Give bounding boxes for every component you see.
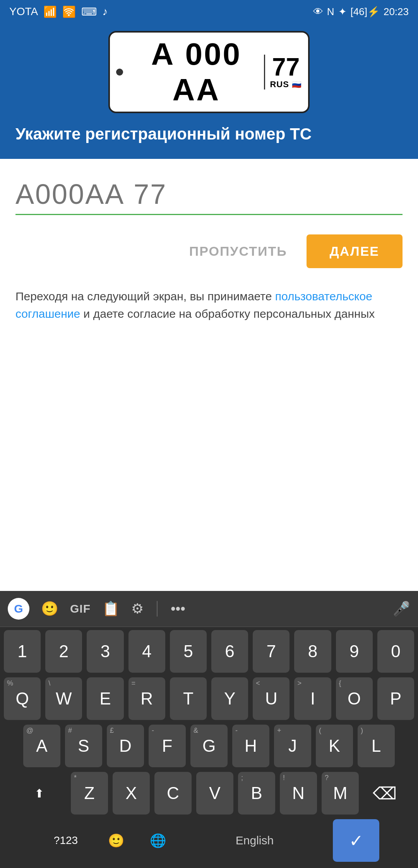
bottom-row: ?123 🙂 🌐 English ✓ bbox=[4, 819, 414, 866]
key-h[interactable]: -H bbox=[232, 725, 269, 767]
enter-key[interactable]: ✓ bbox=[333, 819, 379, 862]
carrier-label: YOTA bbox=[9, 5, 38, 18]
key-6[interactable]: 6 bbox=[211, 630, 248, 673]
battery-label: [46]⚡ bbox=[351, 6, 380, 18]
asdf-row: @A #S £D -F &G -H +J (K )L bbox=[4, 725, 414, 767]
key-b[interactable]: ;B bbox=[238, 772, 275, 815]
eye-icon: 👁 bbox=[313, 6, 323, 18]
key-f[interactable]: -F bbox=[149, 725, 186, 767]
number-row: 1 2 3 4 5 6 7 8 9 0 bbox=[4, 630, 414, 673]
status-bar: YOTA 📶 🛜 ⌨ ♪ 👁 N ✦ [46]⚡ 20:23 bbox=[0, 0, 418, 23]
key-d[interactable]: £D bbox=[107, 725, 144, 767]
main-content: ПРОПУСТИТЬ ДАЛЕЕ Переходя на следующий э… bbox=[0, 159, 418, 334]
status-right: 👁 N ✦ [46]⚡ 20:23 bbox=[313, 6, 409, 18]
key-r[interactable]: =R bbox=[128, 677, 165, 720]
header-title: Укажите регистрационный номер ТС bbox=[15, 125, 403, 143]
plate-region-number: 77 bbox=[272, 55, 300, 79]
nfc-icon: N bbox=[327, 6, 334, 18]
backspace-key[interactable]: ⌫ bbox=[363, 772, 406, 815]
key-u[interactable]: <U bbox=[253, 677, 290, 720]
key-v[interactable]: V bbox=[196, 772, 233, 815]
plate-dot bbox=[116, 69, 123, 76]
key-p[interactable]: P bbox=[377, 677, 414, 720]
google-logo[interactable]: G bbox=[8, 598, 29, 620]
numbers-switch-key[interactable]: ?123 bbox=[39, 819, 93, 862]
key-t[interactable]: T bbox=[170, 677, 207, 720]
qwerty-row: %Q \W E =R T Y <U >I {O P bbox=[4, 677, 414, 720]
keyboard-icon: ⌨ bbox=[81, 5, 97, 18]
header: А 000 АА 77 RUS 🇷🇺 Укажите регистрационн… bbox=[0, 23, 418, 159]
terms-text: Переходя на следующий экран, вы принимае… bbox=[15, 288, 403, 322]
globe-key[interactable]: 🌐 bbox=[139, 819, 176, 862]
bluetooth-icon: ✦ bbox=[338, 6, 347, 18]
more-toolbar-icon[interactable]: ••• bbox=[171, 601, 185, 617]
toolbar-separator bbox=[157, 601, 158, 617]
key-o[interactable]: {O bbox=[336, 677, 373, 720]
key-0[interactable]: 0 bbox=[377, 630, 414, 673]
key-y[interactable]: Y bbox=[211, 677, 248, 720]
key-2[interactable]: 2 bbox=[45, 630, 82, 673]
skip-button[interactable]: ПРОПУСТИТЬ bbox=[178, 236, 299, 267]
key-4[interactable]: 4 bbox=[128, 630, 165, 673]
mic-icon[interactable]: 🎤 bbox=[393, 601, 410, 617]
time-label: 20:23 bbox=[384, 6, 409, 18]
plate-main-text: А 000 АА bbox=[128, 36, 264, 108]
keyboard-area: G 🙂 GIF 📋 ⚙ ••• 🎤 1 2 3 4 5 6 7 8 9 0 %Q… bbox=[0, 591, 418, 868]
key-l[interactable]: )L bbox=[358, 725, 395, 767]
key-m[interactable]: ?M bbox=[322, 772, 359, 815]
button-row: ПРОПУСТИТЬ ДАЛЕЕ bbox=[15, 234, 403, 268]
shift-key[interactable]: ⬆ bbox=[12, 772, 66, 815]
key-w[interactable]: \W bbox=[45, 677, 82, 720]
key-3[interactable]: 3 bbox=[87, 630, 123, 673]
key-n[interactable]: !N bbox=[280, 772, 317, 815]
key-5[interactable]: 5 bbox=[170, 630, 207, 673]
emoji-toolbar-icon[interactable]: 🙂 bbox=[41, 601, 58, 617]
clipboard-toolbar-icon[interactable]: 📋 bbox=[102, 601, 120, 617]
music-icon: ♪ bbox=[102, 5, 108, 18]
key-s[interactable]: #S bbox=[65, 725, 102, 767]
key-9[interactable]: 9 bbox=[336, 630, 373, 673]
key-1[interactable]: 1 bbox=[4, 630, 41, 673]
key-7[interactable]: 7 bbox=[253, 630, 290, 673]
key-c[interactable]: C bbox=[154, 772, 192, 815]
gif-toolbar-button[interactable]: GIF bbox=[70, 602, 91, 615]
key-q[interactable]: %Q bbox=[4, 677, 41, 720]
key-j[interactable]: +J bbox=[274, 725, 311, 767]
key-8[interactable]: 8 bbox=[294, 630, 331, 673]
license-plate-input[interactable] bbox=[15, 178, 403, 215]
zxcv-row: ⬆ *Z X C V ;B !N ?M ⌫ bbox=[4, 772, 414, 815]
wifi-icon: 🛜 bbox=[62, 5, 76, 18]
key-x[interactable]: X bbox=[113, 772, 150, 815]
key-a[interactable]: @A bbox=[23, 725, 60, 767]
keyboard-toolbar: G 🙂 GIF 📋 ⚙ ••• 🎤 bbox=[0, 591, 418, 627]
space-key[interactable]: English bbox=[181, 819, 328, 862]
key-k[interactable]: (K bbox=[316, 725, 353, 767]
key-i[interactable]: >I bbox=[294, 677, 331, 720]
plate-right-section: 77 RUS 🇷🇺 bbox=[264, 55, 302, 90]
status-left: YOTA 📶 🛜 ⌨ ♪ bbox=[9, 5, 108, 18]
emoji-key[interactable]: 🙂 bbox=[98, 819, 135, 862]
keyboard-rows: 1 2 3 4 5 6 7 8 9 0 %Q \W E =R T Y <U >I… bbox=[0, 627, 418, 868]
settings-toolbar-icon[interactable]: ⚙ bbox=[131, 601, 144, 617]
key-e[interactable]: E bbox=[87, 677, 123, 720]
key-z[interactable]: *Z bbox=[71, 772, 108, 815]
signal-icon: 📶 bbox=[43, 5, 57, 18]
plate-country-code: RUS 🇷🇺 bbox=[270, 79, 302, 90]
next-button[interactable]: ДАЛЕЕ bbox=[307, 234, 403, 268]
license-plate: А 000 АА 77 RUS 🇷🇺 bbox=[108, 31, 310, 113]
key-g[interactable]: &G bbox=[190, 725, 228, 767]
